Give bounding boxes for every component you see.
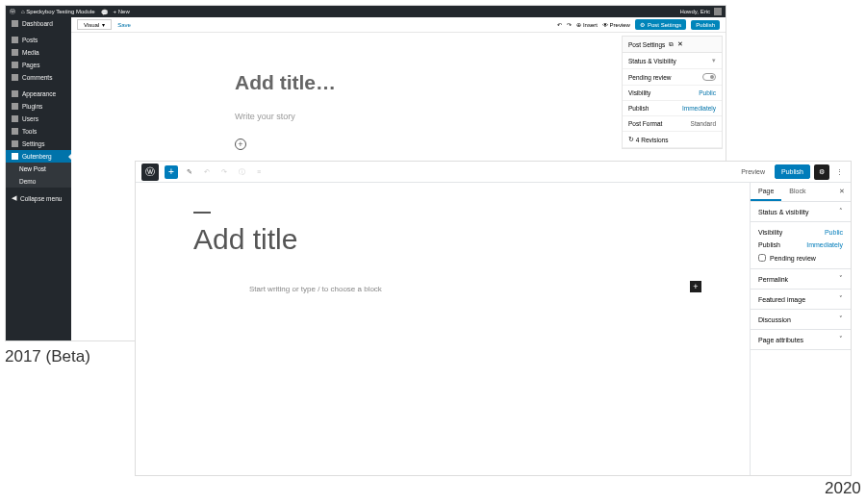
publish-button[interactable]: Publish	[691, 20, 720, 30]
title-input[interactable]: Add title…	[235, 71, 629, 94]
label-2020: 2020	[825, 479, 861, 498]
mode-select[interactable]: Visual▾	[77, 19, 112, 30]
admin-sidebar: Dashboard Posts Media Pages Comments App…	[6, 17, 71, 340]
editor-content[interactable]: Add title Start writing or type / to cho…	[136, 183, 750, 475]
pin-icon	[12, 37, 18, 43]
insert-block-button[interactable]: +	[690, 281, 701, 292]
pending-review-checkbox[interactable]: Pending review	[758, 251, 843, 265]
title-input[interactable]: Add title	[193, 223, 692, 256]
chevron-down-icon: ˅	[839, 315, 843, 323]
save-link[interactable]: Save	[117, 22, 131, 28]
publish-link[interactable]: Immediately	[806, 241, 843, 248]
add-block-button[interactable]: +	[235, 139, 246, 150]
publish-row: PublishImmediately	[623, 101, 722, 116]
comments-icon[interactable]: 💬	[101, 9, 108, 15]
editor-toolbar: Visual▾ Save ↶ ↷ ⊕ Insert 👁 Preview ⚙Pos…	[71, 17, 726, 33]
chevron-up-icon: ˄	[839, 208, 843, 215]
preview-button[interactable]: Preview	[735, 165, 771, 178]
post-format-row: Post FormatStandard	[623, 116, 722, 132]
wp-logo-icon[interactable]: ⓦ	[141, 164, 159, 181]
popout-icon[interactable]: ⧉	[669, 40, 674, 48]
post-format-value[interactable]: Standard	[691, 120, 716, 127]
sidebar-item-comments[interactable]: Comments	[6, 71, 71, 84]
publish-button[interactable]: Publish	[775, 164, 810, 179]
featured-image-section[interactable]: Featured image˅	[751, 290, 851, 310]
sidebar-item-dashboard[interactable]: Dashboard	[6, 17, 71, 30]
wp-logo-icon[interactable]: ⓦ	[10, 8, 15, 16]
gear-icon: ⚙	[640, 21, 645, 28]
info-icon[interactable]: ⓘ	[236, 166, 247, 178]
add-block-button[interactable]: +	[165, 165, 178, 179]
sidebar-item-pages[interactable]: Pages	[6, 59, 71, 71]
tab-block[interactable]: Block	[781, 183, 813, 201]
howdy-label[interactable]: Howdy, Eric	[679, 9, 710, 14]
status-visibility-accordion[interactable]: Status & Visibility▾	[623, 53, 722, 69]
undo-icon[interactable]: ↶	[201, 166, 213, 178]
visibility-row: VisibilityPublic	[623, 86, 722, 101]
edit-mode-button[interactable]: ✎	[184, 166, 195, 178]
post-settings-button[interactable]: ⚙Post Settings	[635, 19, 686, 30]
panel-tabs: Page Block ✕	[751, 183, 851, 202]
pages-icon	[12, 62, 18, 68]
sidebar-item-tools[interactable]: Tools	[6, 125, 71, 138]
page-attributes-section[interactable]: Page attributes˅	[751, 330, 851, 350]
admin-bar: ⓦ ⌂ Speckyboy Testing Module 💬 + New How…	[6, 6, 726, 17]
chevron-down-icon: ˅	[839, 275, 843, 283]
visibility-link[interactable]: Public	[699, 89, 716, 96]
chevron-down-icon: ˅	[839, 295, 843, 303]
undo-icon[interactable]: ↶	[557, 21, 562, 28]
redo-icon[interactable]: ↷	[567, 21, 572, 28]
editor-toolbar: ⓦ + ✎ ↶ ↷ ⓘ ≡ Preview Publish ⚙ ⋮	[136, 162, 851, 183]
settings-button[interactable]: ⚙	[814, 164, 829, 180]
collapse-menu[interactable]: ◀Collapse menu	[6, 191, 71, 205]
media-icon	[12, 49, 18, 56]
close-icon[interactable]: ✕	[833, 183, 851, 201]
sidebar-item-gutenberg[interactable]: Gutenberg	[6, 150, 71, 163]
body-input[interactable]: Start writing or type / to choose a bloc…	[249, 285, 692, 293]
dashboard-icon	[12, 20, 18, 27]
comments-icon	[12, 74, 18, 81]
edit-icon	[12, 153, 18, 160]
pending-toggle[interactable]	[702, 73, 716, 81]
pending-checkbox-input[interactable]	[758, 254, 766, 262]
tab-page[interactable]: Page	[751, 183, 781, 201]
publish-link[interactable]: Immediately	[682, 105, 716, 112]
label-2017: 2017 (Beta)	[5, 347, 90, 366]
plugin-icon	[12, 103, 18, 110]
avatar[interactable]	[714, 8, 722, 15]
revisions-row[interactable]: ↻ 4 Revisions	[623, 132, 722, 148]
site-link[interactable]: ⌂ Speckyboy Testing Module	[21, 9, 95, 14]
brush-icon	[12, 90, 18, 97]
visibility-link[interactable]: Public	[825, 229, 843, 236]
sidebar-item-appearance[interactable]: Appearance	[6, 88, 71, 100]
sidebar-item-settings[interactable]: Settings	[6, 138, 71, 150]
visibility-row: VisibilityPublic	[758, 226, 843, 239]
status-visibility-body: VisibilityPublic PublishImmediately Pend…	[751, 222, 851, 269]
sidebar-item-posts[interactable]: Posts	[6, 34, 71, 46]
new-link[interactable]: + New	[114, 9, 130, 14]
sidebar-item-media[interactable]: Media	[6, 46, 71, 59]
discussion-section[interactable]: Discussion˅	[751, 310, 851, 330]
publish-row: PublishImmediately	[758, 239, 843, 251]
permalink-section[interactable]: Permalink˅	[751, 269, 851, 290]
panel-header: Post Settings ⧉ ✕	[623, 37, 722, 53]
preview-button[interactable]: 👁 Preview	[602, 22, 630, 28]
title-rule	[193, 212, 211, 214]
outline-icon[interactable]: ≡	[253, 166, 265, 178]
pending-review-row: Pending review	[623, 69, 722, 86]
insert-button[interactable]: ⊕ Insert	[576, 21, 598, 28]
more-icon[interactable]: ⋮	[833, 166, 845, 178]
chevron-down-icon: ˅	[839, 336, 843, 343]
chevron-down-icon: ▾	[712, 57, 716, 64]
post-settings-panel: Post Settings ⧉ ✕ Status & Visibility▾ P…	[622, 36, 723, 149]
body-input[interactable]: Write your story	[235, 112, 629, 121]
status-visibility-section[interactable]: Status & visibility˄	[751, 202, 851, 222]
close-icon[interactable]: ✕	[677, 40, 683, 48]
sidebar-sub-demo[interactable]: Demo	[6, 175, 71, 188]
sidebar-sub-new-post[interactable]: New Post	[6, 163, 71, 175]
collapse-icon: ◀	[12, 194, 16, 202]
redo-icon[interactable]: ↷	[218, 166, 230, 178]
sidebar-item-users[interactable]: Users	[6, 113, 71, 125]
history-icon: ↻	[628, 136, 634, 143]
sidebar-item-plugins[interactable]: Plugins	[6, 100, 71, 113]
